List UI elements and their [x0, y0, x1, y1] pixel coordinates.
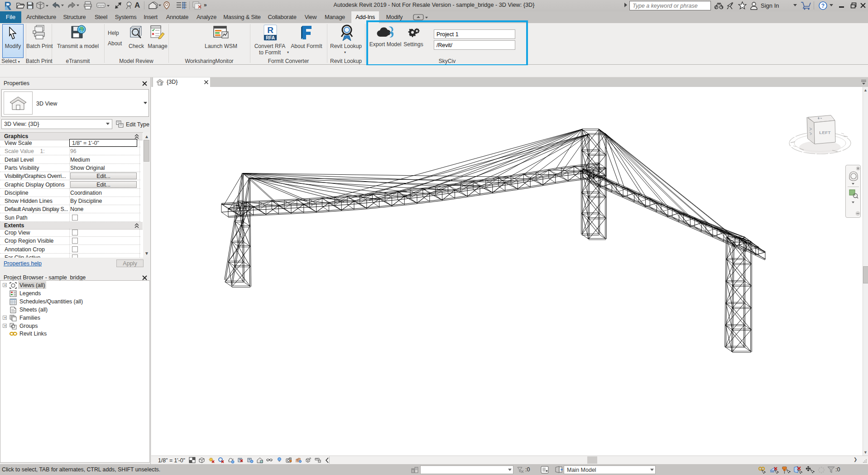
- svg-text:R: R: [267, 25, 273, 35]
- svg-text:?: ?: [821, 3, 825, 9]
- svg-text:RFA: RFA: [266, 35, 275, 40]
- svg-text:1: 1: [128, 3, 130, 6]
